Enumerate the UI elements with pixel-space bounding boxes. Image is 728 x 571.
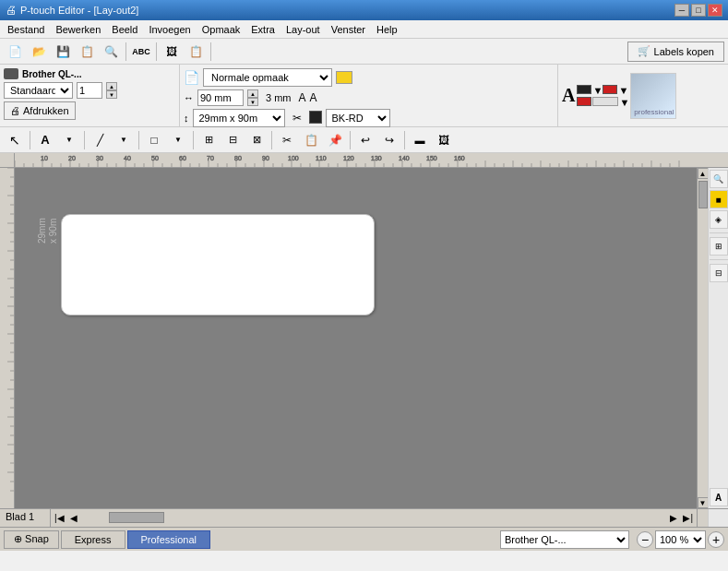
canvas[interactable]: 29mmx 90m [15,168,697,508]
vertical-scrollbar[interactable]: ▲ ▼ [697,168,708,508]
redo-tool[interactable]: ↪ [378,130,400,150]
format-select[interactable]: Normale opmaak [203,68,332,87]
sidebar-bottom: A [710,488,728,506]
horizontal-scrollbar[interactable] [81,509,667,527]
width-input[interactable] [197,89,244,106]
svg-text:20: 20 [68,155,76,161]
window-title: P-touch Editor - [Lay-out2] [20,5,138,16]
undo-tool[interactable]: ↩ [354,130,376,150]
svg-text:10: 10 [41,155,48,161]
minimize-button[interactable]: ─ [674,4,689,17]
zoom-in-button[interactable]: + [708,531,724,548]
color-select[interactable]: BK-RD [326,109,390,127]
barcode-tool[interactable]: ▬ [409,130,431,150]
open-button[interactable]: 📂 [28,42,50,62]
tool5[interactable]: ⊟ [710,264,728,282]
menu-lay-out[interactable]: Lay-out [280,22,326,37]
template-button[interactable]: 📋 [185,42,207,62]
maximize-button[interactable]: □ [691,4,706,17]
new-button[interactable]: 📄 [4,42,26,62]
menu-bestand[interactable]: Bestand [2,22,50,37]
menu-beeld[interactable]: Beeld [106,22,143,37]
last-page-button[interactable]: ▶| [681,513,695,523]
label-size-indicator: 29mmx 90m [37,225,59,244]
abc-button[interactable]: ABC [130,42,152,62]
scroll-nav-right: ▶ ▶| [666,509,697,527]
save-button[interactable]: 💾 [52,42,74,62]
table-tool[interactable]: ⊞ [197,130,220,150]
label[interactable] [61,214,375,315]
professional-button[interactable]: Professional [127,530,211,549]
menu-venster[interactable]: Venster [326,22,371,37]
text-tool[interactable]: A [34,130,56,150]
image-insert-tool[interactable]: 🖼 [433,130,455,150]
black-swatch [577,85,591,94]
paste-tool[interactable]: 📌 [324,130,346,150]
printer-small-icon: 🖨 [10,105,20,116]
svg-text:100: 100 [288,155,299,161]
menu-help[interactable]: Help [371,22,403,37]
tool3[interactable]: ◈ [710,210,728,229]
style-swatch [592,97,618,106]
snap-button[interactable]: ⊕ Snap [4,530,59,549]
line-tool[interactable]: ╱ [89,130,111,150]
spin-down[interactable]: ▼ [106,90,117,99]
width-spinner[interactable]: ▲ ▼ [247,89,258,106]
cut-tool[interactable]: ✂ [276,130,298,150]
width-up[interactable]: ▲ [247,89,258,98]
labels-kopen-button[interactable]: 🛒 Labels kopen [627,42,724,62]
align-tool[interactable]: ⊠ [245,130,268,150]
menu-opmaak[interactable]: Opmaak [197,22,246,37]
tool4[interactable]: ⊞ [710,237,728,256]
scroll-thumb-v[interactable] [698,181,708,208]
menu-bewerken[interactable]: Bewerken [50,22,106,37]
next-page-button[interactable]: ▶ [668,513,679,523]
save-as-button[interactable]: 📋 [76,42,98,62]
scroll-thumb-h[interactable] [109,512,164,523]
printer-combo[interactable]: Brother QL-... [500,530,629,549]
print-button[interactable]: 🖨 Afdrukken [4,101,76,120]
print-preview-button[interactable]: 🔍 [100,42,122,62]
status-row: Blad 1 |◀ ◀ ▶ ▶| [0,508,728,527]
copy-tool[interactable]: 📋 [300,130,322,150]
tape-size-select[interactable]: 29mm x 90m [193,109,285,127]
font-a-large: A [562,85,575,106]
cursor-tool[interactable]: ↖ [4,130,26,150]
format-icon: 📄 [184,70,199,85]
copies-input[interactable] [77,82,102,99]
spin-up[interactable]: ▲ [106,82,117,90]
style-select[interactable]: Standaard [4,82,73,99]
express-button[interactable]: Express [61,530,125,549]
image-button[interactable]: 🖼 [161,42,183,62]
red-swatch2 [577,97,591,106]
layout-tool[interactable]: ⊟ [221,130,244,150]
scroll-down-button[interactable]: ▼ [698,497,709,508]
file-toolbar: 📄 📂 💾 📋 🔍 ABC 🖼 📋 🛒 Labels kopen [0,39,728,65]
color-sidebar[interactable]: ■ [710,190,728,208]
canvas-main-row: 10 20 30 40 50 [0,153,728,527]
text-icon2: A [310,91,317,104]
size-row: ↔ ▲ ▼ 3 mm A A [184,89,554,106]
copies-spinner[interactable]: ▲ ▼ [106,82,117,99]
first-page-button[interactable]: |◀ [53,513,66,523]
close-button[interactable]: ✕ [708,4,722,17]
svg-text:120: 120 [343,155,354,161]
line-drop[interactable]: ▼ [113,130,135,150]
scroll-nav: |◀ ◀ [51,509,81,527]
width-down[interactable]: ▼ [247,98,258,106]
printer-selector: Brother QL-... [500,530,629,549]
scroll-up-button[interactable]: ▲ [698,168,709,179]
zoom-out-button[interactable]: − [637,531,653,548]
menu-extra[interactable]: Extra [245,22,280,37]
text-drop[interactable]: ▼ [58,130,80,150]
prev-page-button[interactable]: ◀ [68,513,79,523]
rect-drop[interactable]: ▼ [167,130,189,150]
zoom-in-sidebar[interactable]: 🔍 [710,170,728,188]
zoom-select[interactable]: 100 % [655,530,706,549]
rect-tool[interactable]: □ [143,130,165,150]
separator2 [156,42,157,61]
swatch-drop3: ▼ [619,97,628,106]
font-sidebar[interactable]: A [710,488,728,506]
printer-area: Brother QL-... Standaard ▲ ▼ 🖨 Afdrukken [0,65,728,127]
menu-invoegen[interactable]: Invoegen [143,22,196,37]
